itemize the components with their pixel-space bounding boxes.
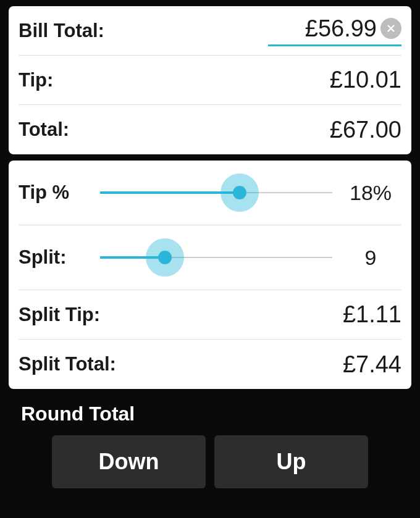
split-tip-value: £1.11: [343, 301, 401, 328]
split-tip-row: Split Tip: £1.11: [19, 290, 401, 340]
split-label: Split:: [19, 246, 93, 269]
split-total-row: Split Total: £7.44: [19, 340, 401, 389]
tip-percent-value: 18%: [340, 181, 401, 205]
total-label: Total:: [19, 119, 69, 141]
tip-value: £10.01: [330, 67, 401, 93]
round-buttons: Down Up: [15, 435, 405, 488]
controls-card: Tip % 18% Split: 9 Split Tip: £1.11 Spli…: [9, 161, 411, 389]
clear-icon[interactable]: [380, 18, 401, 39]
split-total-label: Split Total:: [19, 353, 116, 375]
split-row: Split: 9: [19, 225, 401, 290]
tip-label: Tip:: [19, 69, 53, 91]
tip-slider-fill: [100, 191, 240, 194]
tip-percent-slider[interactable]: [100, 174, 332, 211]
round-section: Round Total Down Up: [0, 395, 420, 488]
summary-card: Bill Total: £56.99 Tip: £10.01 Total: £6…: [9, 6, 411, 154]
tip-percent-label: Tip %: [19, 182, 93, 204]
tip-row: Tip: £10.01: [19, 56, 401, 105]
bill-input-wrap[interactable]: £56.99: [268, 15, 401, 46]
tip-percent-row: Tip % 18%: [19, 161, 401, 225]
split-tip-label: Split Tip:: [19, 304, 100, 326]
bill-total-input[interactable]: £56.99: [305, 15, 377, 42]
round-up-button[interactable]: Up: [214, 435, 368, 488]
round-down-button[interactable]: Down: [52, 435, 206, 488]
bill-total-label: Bill Total:: [19, 20, 104, 42]
split-total-value: £7.44: [343, 351, 401, 378]
bill-total-row: Bill Total: £56.99: [19, 6, 401, 56]
round-title: Round Total: [21, 403, 405, 425]
total-value: £67.00: [330, 117, 401, 143]
total-row: Total: £67.00: [19, 105, 401, 154]
split-slider[interactable]: [100, 239, 332, 276]
split-value: 9: [340, 246, 401, 270]
split-slider-fill: [100, 256, 165, 259]
